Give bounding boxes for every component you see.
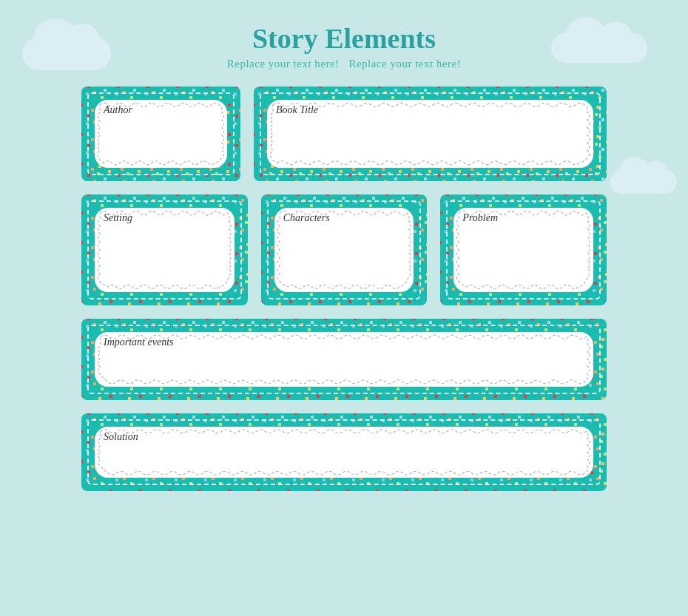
characters-card-inner: Characters xyxy=(267,200,422,299)
book-title-card[interactable]: Book Title xyxy=(254,87,607,181)
row-3: Important events xyxy=(81,319,607,400)
problem-card[interactable]: Problem xyxy=(440,194,607,305)
important-events-label: Important events xyxy=(95,332,593,350)
problem-label: Problem xyxy=(453,208,593,226)
setting-white-frame: Setting xyxy=(95,208,235,292)
book-title-white-frame: Book Title xyxy=(267,100,593,168)
solution-label: Solution xyxy=(95,427,593,444)
row-2: Setting Characters xyxy=(81,194,607,305)
row-4: Solution xyxy=(81,413,607,491)
solution-white-frame: Solution xyxy=(95,427,593,478)
book-title-card-body: Book Title xyxy=(265,98,596,170)
setting-card-body: Setting xyxy=(92,206,237,294)
setting-card[interactable]: Setting xyxy=(81,194,248,305)
book-title-card-inner: Book Title xyxy=(260,92,601,175)
book-title-label: Book Title xyxy=(267,100,593,118)
setting-card-inner: Setting xyxy=(87,200,242,299)
problem-card-inner: Problem xyxy=(446,200,601,299)
important-events-card[interactable]: Important events xyxy=(81,319,607,400)
page-title: Story Elements xyxy=(252,22,436,55)
solution-card-inner: Solution xyxy=(87,419,601,485)
characters-white-frame: Characters xyxy=(274,208,414,292)
cloud-3 xyxy=(610,170,677,194)
solution-card-body: Solution xyxy=(92,424,596,480)
author-label: Author xyxy=(95,100,227,118)
characters-card[interactable]: Characters xyxy=(261,194,428,305)
problem-white-frame: Problem xyxy=(453,208,593,292)
cloud-1 xyxy=(22,37,111,70)
author-white-frame: Author xyxy=(95,100,227,168)
setting-label: Setting xyxy=(95,208,235,226)
row-1: Author Book Title xyxy=(81,87,607,181)
cards-wrapper: Author Book Title xyxy=(81,87,607,491)
author-card[interactable]: Author xyxy=(81,87,240,181)
important-events-white-frame: Important events xyxy=(95,332,593,387)
page-subtitle: Replace your text here! Replace your tex… xyxy=(227,58,461,70)
author-card-body: Author xyxy=(92,98,229,170)
author-card-inner: Author xyxy=(87,92,235,175)
important-events-card-inner: Important events xyxy=(87,325,601,394)
characters-label: Characters xyxy=(274,208,414,226)
characters-card-body: Characters xyxy=(272,206,416,294)
page: Story Elements Replace your text here! R… xyxy=(0,0,688,513)
important-events-card-body: Important events xyxy=(92,330,596,389)
problem-card-body: Problem xyxy=(451,206,596,294)
cloud-2 xyxy=(551,33,647,63)
solution-card[interactable]: Solution xyxy=(81,413,607,491)
